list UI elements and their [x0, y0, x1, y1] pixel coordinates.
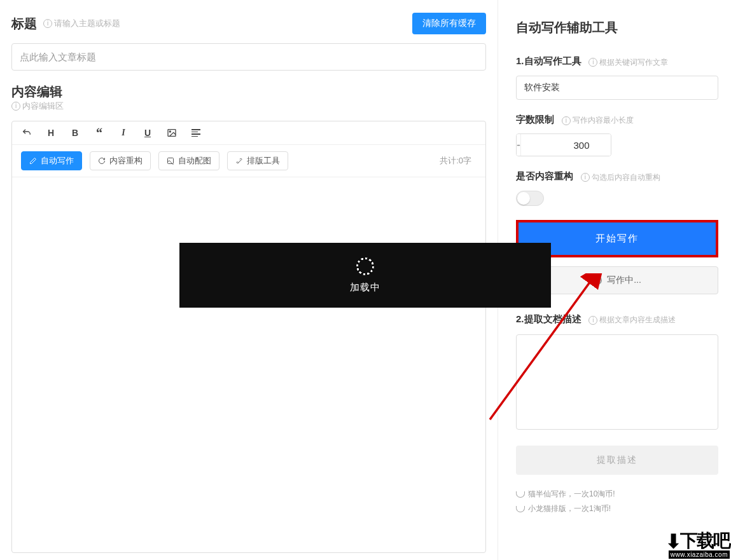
loading-spinner-icon: [356, 257, 374, 275]
editor-box: H B “ I U 自动写作 内容重构: [11, 121, 486, 553]
keyword-input[interactable]: [516, 76, 718, 100]
editor-toolbar-formatting: H B “ I U: [12, 121, 485, 145]
content-label: 内容编辑: [11, 85, 62, 99]
loading-text: 加载中: [350, 282, 380, 294]
editor-content-area[interactable]: [12, 177, 485, 551]
word-limit-stepper: - +: [516, 133, 611, 156]
info-icon: i: [588, 316, 597, 325]
content-sub: i 内容编辑区: [11, 100, 486, 112]
editor-toolbar-actions: 自动写作 内容重构 自动配图 排版工具 共计:0字: [12, 145, 485, 177]
footer-info-1: 猫半仙写作，一次10淘币!: [516, 489, 718, 500]
svg-point-1: [169, 131, 171, 132]
rebuild-button[interactable]: 内容重构: [90, 151, 151, 170]
quote-icon[interactable]: “: [94, 130, 105, 136]
extract-description-button[interactable]: 提取描述: [516, 446, 718, 475]
info-icon: i: [43, 19, 52, 28]
spinner-icon: [593, 276, 602, 285]
watermark-logo: ⬇ 下载吧 www.xiazaiba.com: [644, 521, 731, 560]
bowl-icon: [516, 491, 525, 498]
align-icon[interactable]: [190, 129, 202, 137]
refresh-icon: [98, 157, 106, 165]
underline-icon[interactable]: U: [142, 128, 153, 138]
heading-icon[interactable]: H: [45, 128, 57, 138]
title-sub: i 请输入主题或标题: [43, 18, 120, 29]
undo-icon[interactable]: [21, 128, 32, 138]
rebuild-toggle-label: 是否内容重构: [516, 170, 573, 182]
loading-overlay: 加载中: [179, 243, 551, 308]
auto-write-button[interactable]: 自动写作: [21, 151, 82, 170]
article-title-input[interactable]: [11, 43, 486, 71]
word-counter: 共计:0字: [440, 155, 477, 167]
info-icon: i: [581, 173, 590, 182]
auto-image-button[interactable]: 自动配图: [158, 151, 219, 170]
word-limit-label: 字数限制: [516, 114, 554, 126]
sidebar-title: 自动写作辅助工具: [516, 19, 718, 36]
pencil-icon: [29, 157, 37, 165]
description-textarea[interactable]: [516, 334, 718, 430]
info-icon: i: [562, 116, 571, 125]
download-arrow-icon: ⬇: [665, 532, 680, 551]
section1-sub: i 根据关键词写作文章: [588, 57, 668, 68]
word-limit-value[interactable]: [521, 134, 611, 156]
clear-cache-button[interactable]: 清除所有缓存: [412, 13, 486, 34]
bowl-icon: [516, 506, 525, 512]
bold-icon[interactable]: B: [69, 128, 81, 138]
image-icon[interactable]: [166, 128, 178, 138]
title-label: 标题: [11, 15, 37, 32]
section2-sub: i 根据文章内容生成描述: [588, 315, 676, 325]
info-icon: i: [11, 102, 20, 111]
info-icon: i: [588, 58, 597, 67]
footer-info-2: 小龙猫排版，一次1淘币!: [516, 503, 718, 514]
word-limit-sub: i 写作内容最小长度: [562, 115, 634, 126]
section2-title: 2.提取文档描述: [516, 313, 581, 325]
italic-icon[interactable]: I: [118, 128, 129, 138]
section1-title: 1.自动写作工具: [516, 55, 581, 67]
image-icon: [167, 157, 174, 165]
wrench-icon: [235, 157, 243, 165]
layout-tool-button[interactable]: 排版工具: [227, 151, 288, 170]
step-minus-button[interactable]: -: [517, 134, 521, 156]
rebuild-toggle-sub: i 勾选后内容自动重构: [581, 172, 660, 183]
rebuild-toggle[interactable]: [516, 191, 544, 206]
